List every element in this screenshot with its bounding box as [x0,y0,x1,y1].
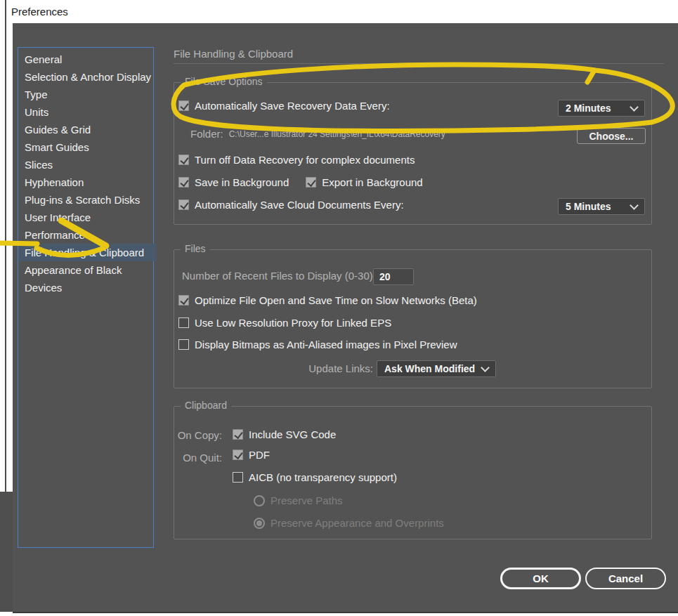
ok-button-label: OK [533,572,549,584]
export-in-background-label: Export in Background [322,176,422,188]
chevron-down-icon [630,103,639,112]
chevron-down-icon [481,363,490,372]
auto-save-cloud-checkbox[interactable] [178,199,189,210]
sidebar-item-type[interactable]: Type [18,86,153,103]
window-frame-line [5,0,6,492]
files-group: Files Number of Recent Files to Display … [174,249,652,388]
optimize-slow-networks-checkbox[interactable] [178,295,189,306]
header-divider [174,63,664,64]
sidebar-item-units[interactable]: Units [18,103,153,121]
sidebar-item-plugins-scratch-disks[interactable]: Plug-ins & Scratch Disks [18,191,153,209]
files-legend: Files [181,243,210,254]
preserve-appearance-radio[interactable] [254,518,265,529]
turn-off-data-recovery-checkbox[interactable] [178,155,189,165]
save-in-background-label: Save in Background [195,176,289,188]
sidebar-item-hyphenation[interactable]: Hyphenation [18,173,153,191]
display-bitmaps-label: Display Bitmaps as Anti-Aliased images i… [195,339,457,350]
sidebar-item-selection-anchor-display[interactable]: Selection & Anchor Display [18,68,153,86]
on-quit-label: On Quit: [183,452,222,464]
folder-label: Folder: [190,128,223,140]
recovery-interval-dropdown[interactable]: 2 Minutes [558,100,645,117]
preserve-paths-radio[interactable] [254,495,265,506]
auto-save-cloud-label: Automatically Save Cloud Documents Every… [195,199,404,211]
choose-folder-label: Choose... [589,131,633,142]
cancel-button[interactable]: Cancel [585,568,666,589]
chevron-down-icon [630,201,639,210]
recent-files-input[interactable] [373,268,414,285]
sidebar-item-performance[interactable]: Performance [18,226,153,244]
ok-button[interactable]: OK [500,568,581,589]
sidebar-item-user-interface[interactable]: User Interface [18,209,153,226]
sidebar-item-slices[interactable]: Slices [18,156,153,173]
recovery-interval-value: 2 Minutes [566,103,611,114]
sidebar-item-guides-grid[interactable]: Guides & Grid [18,121,153,138]
optimize-slow-networks-label: Optimize File Open and Save Time on Slow… [195,294,477,306]
cloud-interval-dropdown[interactable]: 5 Minutes [558,198,645,215]
pdf-label: PDF [249,449,270,461]
recent-files-label: Number of Recent Files to Display (0-30)… [182,270,376,282]
auto-save-recovery-checkbox[interactable] [178,100,189,111]
export-in-background-checkbox[interactable] [306,177,316,188]
update-links-value: Ask When Modified [384,363,475,374]
preferences-sidebar: General Selection & Anchor Display Type … [18,47,154,548]
sidebar-item-devices[interactable]: Devices [18,279,153,296]
update-links-label: Update Links: [308,362,373,374]
folder-path: C:\User...e Illustrator 24 Settings\en_I… [229,129,445,139]
sidebar-item-file-handling-clipboard[interactable]: File Handling & Clipboard [18,244,157,261]
preserve-appearance-label: Preserve Appearance and Overprints [270,517,444,529]
clipboard-legend: Clipboard [181,400,231,411]
turn-off-data-recovery-label: Turn off Data Recovery for complex docum… [195,154,415,166]
choose-folder-button[interactable]: Choose... [577,128,646,144]
cancel-button-label: Cancel [608,572,643,584]
aicb-label: AICB (no transparency support) [249,471,397,483]
aicb-checkbox[interactable] [233,472,243,483]
auto-save-recovery-label: Automatically Save Recovery Data Every: [195,100,390,112]
include-svg-label: Include SVG Code [249,428,336,440]
pdf-checkbox[interactable] [233,450,243,460]
clipboard-group: Clipboard On Copy: Include SVG Code On Q… [174,406,652,539]
sidebar-item-smart-guides[interactable]: Smart Guides [18,138,153,156]
background-panel-edge [0,492,13,612]
low-res-proxy-checkbox[interactable] [178,317,189,328]
preserve-paths-label: Preserve Paths [270,494,343,506]
preferences-window: Preferences General Selection & Anchor D… [0,0,678,616]
include-svg-checkbox[interactable] [233,429,243,440]
file-save-options-group: File Save Options Automatically Save Rec… [174,82,652,225]
display-bitmaps-checkbox[interactable] [178,339,189,350]
sidebar-item-appearance-of-black[interactable]: Appearance of Black [18,261,153,279]
update-links-dropdown[interactable]: Ask When Modified [377,360,496,377]
cloud-interval-value: 5 Minutes [566,201,611,212]
on-copy-label: On Copy: [178,429,222,441]
sidebar-item-general[interactable]: General [18,51,153,68]
save-in-background-checkbox[interactable] [178,177,189,188]
file-save-options-legend: File Save Options [181,76,267,87]
preferences-dialog: General Selection & Anchor Display Type … [13,23,678,613]
low-res-proxy-label: Use Low Resolution Proxy for Linked EPS [195,317,391,329]
page-title: File Handling & Clipboard [174,48,293,60]
window-title: Preferences [11,6,68,18]
